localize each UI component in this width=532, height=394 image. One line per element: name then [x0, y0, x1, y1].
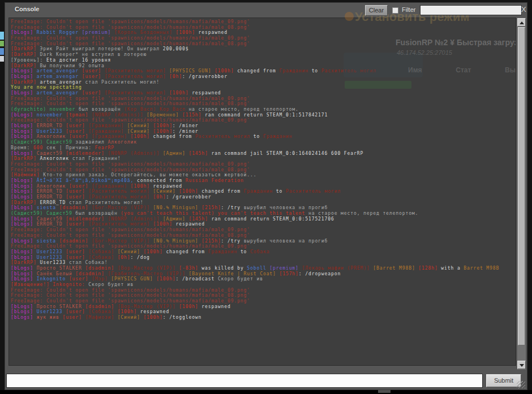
desktop-sliver [0, 32, 4, 40]
console-line: [bLogs] siesta [dsadmin] [Бог-Мастер (VI… [11, 205, 499, 211]
console-line: FreeImage: Couldn't open file 'spawnicon… [11, 298, 499, 304]
console-line: [DarkRP] artem_avengar стал Расхититель … [11, 80, 499, 85]
scrollbar[interactable] [517, 18, 526, 370]
console-line: [bLogs] Алкоголик [user] [Гражданин] [10… [11, 184, 499, 189]
submit-button[interactable]: Submit [486, 374, 521, 387]
console-line: FreeImage: Couldn't open file 'spawnicon… [11, 25, 499, 31]
console-log[interactable]: FreeImage: Couldn't open file 'spawnicon… [8, 18, 516, 366]
arrow-down-icon [520, 364, 524, 367]
console-line: [Наёмник] Кто-то принял заказ. Остерегай… [11, 172, 499, 178]
console-line: FreeImage: Couldn't open file 'spawnicon… [11, 288, 499, 293]
scroll-down-button[interactable] [517, 361, 526, 369]
console-line: [bLogs] siesta [dsadmin] [Бог-Мастер (VI… [11, 239, 499, 244]
console-line: FreeImage: Couldn't open file 'spawnicon… [11, 227, 499, 233]
close-icon[interactable]: X [521, 5, 526, 14]
console-line: [bLogs] Rabbit Rogger [premium] [Король … [11, 30, 499, 36]
console-line: FreeImage: Couldn't open file 'spawnicon… [11, 162, 499, 167]
bottom-strip [0, 390, 532, 394]
console-line: FreeImage: Couldn't open file 'spawnicon… [11, 41, 499, 47]
console-line: (Садист59) Садист59 заджайлил Алкоголик [11, 140, 499, 145]
command-input[interactable] [6, 374, 483, 388]
console-line: [bLogs] Просто STALKER [dsadmin] [Вор-Ма… [11, 266, 499, 271]
clear-button[interactable]: Clear [365, 5, 388, 16]
console-line: [bLogs] User1233 [user] [Гражданин] [Син… [11, 129, 499, 135]
console-line: [bLogs] User1233 [user] [Собака] [Синий]… [11, 249, 499, 255]
console-line: (Садист59) Садист59 был возвращён (you c… [11, 211, 499, 217]
console-line: [bLogs] artem_avengar [user] [Расхитител… [11, 74, 499, 80]
console-line: [bLogs] Санёк Белый [dsadmin] [Грабитель… [11, 271, 499, 277]
console-line: FreeImage: Couldn't open file 'spawnicon… [11, 101, 499, 107]
console-line: [DarkRP] Эрик Райт выиграл лотерею! Он в… [11, 46, 499, 52]
filter-input[interactable] [420, 5, 522, 15]
desktop-sliver [0, 41, 4, 46]
console-line: Время: 600 сек | Причина: FearRP [11, 145, 499, 151]
console-line: [bLogs] ERROR_TD [user] [Гражданин] [Син… [11, 123, 499, 129]
console-line: FreeImage: Couldn't open file 'spawnicon… [11, 36, 499, 41]
console-window: Установить режим FusionRP №2 ¥ Быстрая з… [5, 2, 527, 390]
console-line: [bLogs] ERROR_TD [user] [Расхититель мог… [11, 189, 499, 194]
scroll-up-button[interactable] [517, 18, 526, 27]
console-line: [bLogs] ÃtÍ¬á'XI ã-°ã™¡ã‚Dikoã™¡mp40ã‚ c… [11, 178, 499, 184]
desktop-sliver [0, 48, 4, 55]
console-line: [DarkRP] ERROR_TD стал Расхититель могил… [11, 200, 499, 206]
scrollbar-thumb[interactable] [518, 27, 525, 345]
console-line: [DarkRP] Вы получили 92 опыта [11, 63, 499, 69]
arrow-up-icon [520, 21, 524, 24]
console-line: [bLogs] Просто STALKER [dsadmin] [Вор-Ма… [11, 304, 499, 310]
console-line: FreeImage: Couldn't open file 'spawnicon… [11, 96, 499, 102]
window-title: Console [15, 6, 39, 12]
console-line: [bLogs] User1233 [user] [Собака] [0h]: /… [11, 255, 499, 261]
console-line: [bLogs] artem_avengar [user] [Расхитител… [11, 68, 499, 74]
console-line: [Уровень]: Eta достиг 16 уровня [11, 58, 499, 63]
console-line: [bLogs] Алкоголик [user] [Гражданин] [10… [11, 134, 499, 140]
console-line: (dyrachito) november был возвращён (Кор … [11, 107, 499, 112]
console-line: [bLogs] ERROR_TD [user] [Расхититель мог… [11, 222, 499, 227]
console-line: [Извещение!] Inkognito: Скоро будет ив [11, 282, 499, 288]
console-line: FreeImage: Couldn't open file 'spawnicon… [11, 118, 499, 123]
console-line: [bLogs] Inkognito [user] [Мэр] [PHYSICS … [11, 276, 499, 282]
console-line: [bLogs] Садист59 [midlemoder] [NONRP (Ad… [11, 217, 499, 222]
console-line: FreeImage: Couldn't open file 'spawnicon… [11, 167, 499, 173]
console-line: [DarkRP] User1233 стал Собака! [11, 260, 499, 266]
console-line: [bLogs] november [tpman] [NONRP (Admins)… [11, 112, 499, 118]
console-line: [DarkRP] Алкоголик стал Гражданин! [11, 156, 499, 162]
console-log-lines: FreeImage: Couldn't open file 'spawnicon… [11, 19, 499, 321]
console-line: [bLogs] User1233 [user] [Собака] [100h] … [11, 309, 499, 315]
screen: Установить режим FusionRP №2 ¥ Быстрая з… [0, 0, 532, 394]
console-line: [DarkRP] Dark Keeper* не вступил в лотер… [11, 52, 499, 58]
console-line: FreeImage: Couldn't open file 'spawnicon… [11, 233, 499, 239]
desktop-sliver [0, 56, 4, 62]
filter-label: Filter [402, 6, 415, 13]
console-line: [bLogs] artem_avengar [user] [Расхитител… [11, 90, 499, 96]
console-line: [bLogs] Садист59 [midlemoder] [NONRP (Ad… [11, 151, 499, 157]
resize-grip[interactable] [517, 381, 525, 388]
taskbar-tab [378, 390, 391, 393]
console-line: You are now spectating [11, 85, 499, 90]
console-line: FreeImage: Couldn't open file 'spawnicon… [11, 244, 499, 249]
console-line: FreeImage: Couldn't open file 'spawnicon… [11, 19, 499, 25]
console-line: [bLogs] жук жив [user] [Мафиози] [Синий]… [11, 315, 499, 321]
console-line: FreeImage: Couldn't open file 'spawnicon… [11, 293, 499, 298]
console-line: [bLogs] ERROR_TD [user] [Расхититель мог… [11, 194, 499, 200]
filter-checkbox[interactable] [392, 7, 398, 14]
